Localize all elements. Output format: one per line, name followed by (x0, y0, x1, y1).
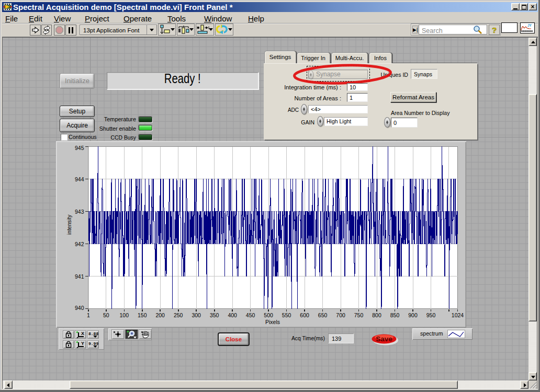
svg-text:450: 450 (246, 312, 255, 318)
svg-text:500: 500 (264, 312, 273, 318)
svg-text:650: 650 (318, 312, 328, 318)
svg-text:900: 900 (408, 312, 418, 318)
svg-text:150: 150 (138, 312, 147, 318)
svg-text:300: 300 (192, 312, 201, 318)
svg-text:8.88: 8.88 (88, 331, 98, 336)
svg-text:550: 550 (282, 312, 291, 318)
svg-text:50: 50 (103, 312, 109, 318)
svg-text:941: 941 (75, 273, 84, 280)
svg-text:intensity: intensity (66, 214, 72, 235)
svg-text:100: 100 (120, 312, 129, 318)
svg-text:943: 943 (75, 209, 84, 215)
svg-text:JY: JY (527, 24, 532, 27)
svg-text:200: 200 (155, 312, 165, 318)
svg-text:9.99: 9.99 (88, 341, 98, 346)
svg-text:Pixels: Pixels (265, 319, 280, 325)
svg-text:850: 850 (390, 312, 400, 318)
svg-text:600: 600 (300, 312, 309, 318)
svg-text:X: X (81, 331, 84, 336)
svg-text:1024: 1024 (452, 312, 464, 318)
svg-text:750: 750 (354, 312, 364, 318)
svg-text:Save: Save (376, 335, 392, 343)
svg-text:944: 944 (75, 176, 84, 182)
svg-text:950: 950 (426, 312, 436, 318)
svg-text:940: 940 (75, 305, 84, 311)
svg-text:Y: Y (81, 341, 84, 346)
svg-text:400: 400 (228, 312, 237, 318)
svg-text:1: 1 (87, 312, 90, 318)
svg-text:800: 800 (372, 312, 381, 318)
svg-text:700: 700 (336, 312, 345, 318)
svg-text:945: 945 (75, 145, 84, 151)
svg-text:942: 942 (75, 241, 84, 247)
svg-text:250: 250 (174, 312, 183, 318)
svg-text:350: 350 (210, 312, 219, 318)
